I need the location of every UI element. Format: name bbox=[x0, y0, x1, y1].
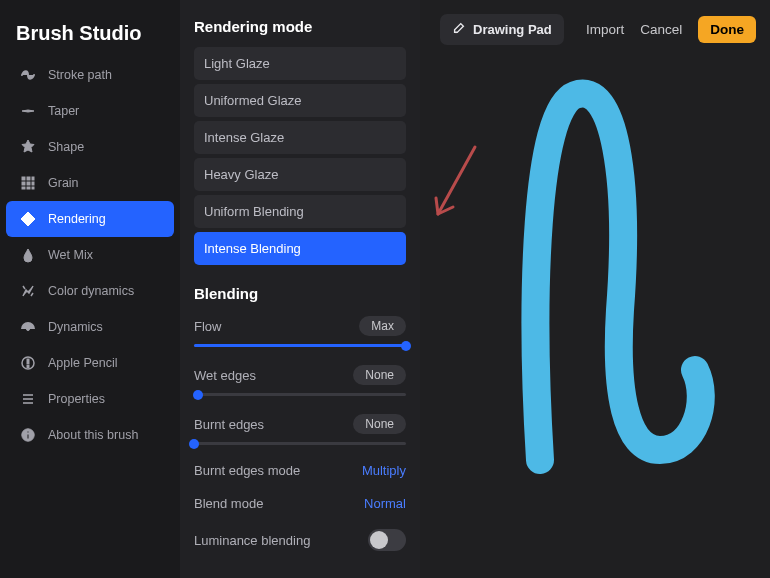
sidebar-item-label: Dynamics bbox=[48, 320, 103, 334]
svg-rect-5 bbox=[32, 182, 34, 185]
stroke-path-icon bbox=[20, 67, 36, 83]
burnt-edges-mode-value[interactable]: Multiply bbox=[362, 463, 406, 478]
sidebar-item-color-dynamics[interactable]: Color dynamics bbox=[6, 273, 174, 309]
sidebar-item-stroke-path[interactable]: Stroke path bbox=[6, 57, 174, 93]
sidebar-item-label: Taper bbox=[48, 104, 79, 118]
rendering-mode-heading: Rendering mode bbox=[194, 18, 406, 35]
flow-value: Max bbox=[359, 316, 406, 336]
mode-uniform-blending[interactable]: Uniform Blending bbox=[194, 195, 406, 228]
properties-icon bbox=[20, 391, 36, 407]
sidebar-item-about[interactable]: About this brush bbox=[6, 417, 174, 453]
sidebar-item-wet-mix[interactable]: Wet Mix bbox=[6, 237, 174, 273]
sidebar-item-label: About this brush bbox=[48, 428, 138, 442]
settings-panel: Rendering mode Light Glaze Uniformed Gla… bbox=[180, 0, 420, 578]
edit-icon bbox=[452, 21, 466, 38]
import-button[interactable]: Import bbox=[586, 22, 624, 37]
cancel-button[interactable]: Cancel bbox=[640, 22, 682, 37]
sidebar: Brush Studio Stroke path Taper Shape bbox=[0, 0, 180, 578]
sidebar-item-label: Apple Pencil bbox=[48, 356, 118, 370]
sidebar-item-label: Stroke path bbox=[48, 68, 112, 82]
mode-intense-blending[interactable]: Intense Blending bbox=[194, 232, 406, 265]
shape-icon bbox=[20, 139, 36, 155]
mode-heavy-glaze[interactable]: Heavy Glaze bbox=[194, 158, 406, 191]
blend-mode-value[interactable]: Normal bbox=[364, 496, 406, 511]
svg-rect-6 bbox=[22, 187, 25, 189]
done-button[interactable]: Done bbox=[698, 16, 756, 43]
svg-rect-8 bbox=[32, 187, 34, 189]
svg-rect-18 bbox=[27, 431, 29, 433]
mode-intense-glaze[interactable]: Intense Glaze bbox=[194, 121, 406, 154]
svg-rect-1 bbox=[27, 177, 30, 180]
annotation-arrow bbox=[420, 0, 770, 578]
flow-label: Flow bbox=[194, 319, 221, 334]
taper-icon bbox=[20, 103, 36, 119]
burnt-edges-slider[interactable]: Burnt edges None bbox=[194, 414, 406, 445]
sidebar-item-dynamics[interactable]: Dynamics bbox=[6, 309, 174, 345]
svg-rect-12 bbox=[27, 366, 29, 368]
sidebar-item-label: Shape bbox=[48, 140, 84, 154]
luminance-label: Luminance blending bbox=[194, 533, 310, 548]
color-dynamics-icon bbox=[20, 283, 36, 299]
sidebar-item-label: Properties bbox=[48, 392, 105, 406]
sidebar-item-properties[interactable]: Properties bbox=[6, 381, 174, 417]
grain-icon bbox=[20, 175, 36, 191]
luminance-toggle[interactable] bbox=[368, 529, 406, 551]
svg-rect-3 bbox=[22, 182, 25, 185]
wet-mix-icon bbox=[20, 247, 36, 263]
flow-slider[interactable]: Flow Max bbox=[194, 316, 406, 347]
svg-rect-0 bbox=[22, 177, 25, 180]
drawing-pad-button[interactable]: Drawing Pad bbox=[440, 14, 564, 45]
canvas-area[interactable]: Drawing Pad Import Cancel Done bbox=[420, 0, 770, 578]
about-icon bbox=[20, 427, 36, 443]
rendering-icon bbox=[20, 211, 36, 227]
sidebar-item-label: Rendering bbox=[48, 212, 106, 226]
wet-edges-slider[interactable]: Wet edges None bbox=[194, 365, 406, 396]
sidebar-item-taper[interactable]: Taper bbox=[6, 93, 174, 129]
blend-mode-label: Blend mode bbox=[194, 496, 263, 511]
mode-uniformed-glaze[interactable]: Uniformed Glaze bbox=[194, 84, 406, 117]
sidebar-item-grain[interactable]: Grain bbox=[6, 165, 174, 201]
svg-rect-7 bbox=[27, 187, 30, 189]
brush-stroke-preview bbox=[420, 0, 770, 578]
sidebar-item-apple-pencil[interactable]: Apple Pencil bbox=[6, 345, 174, 381]
sidebar-item-rendering[interactable]: Rendering bbox=[6, 201, 174, 237]
sidebar-item-label: Color dynamics bbox=[48, 284, 134, 298]
nav-list: Stroke path Taper Shape Grain bbox=[0, 57, 180, 453]
apple-pencil-icon bbox=[20, 355, 36, 371]
sidebar-item-shape[interactable]: Shape bbox=[6, 129, 174, 165]
sidebar-item-label: Wet Mix bbox=[48, 248, 93, 262]
svg-rect-17 bbox=[27, 434, 29, 439]
mode-light-glaze[interactable]: Light Glaze bbox=[194, 47, 406, 80]
wet-edges-value: None bbox=[353, 365, 406, 385]
drawing-pad-label: Drawing Pad bbox=[473, 22, 552, 37]
burnt-edges-label: Burnt edges bbox=[194, 417, 264, 432]
canvas-topbar: Drawing Pad Import Cancel Done bbox=[420, 14, 770, 45]
svg-rect-4 bbox=[27, 182, 30, 185]
burnt-edges-value: None bbox=[353, 414, 406, 434]
dynamics-icon bbox=[20, 319, 36, 335]
rendering-mode-list: Light Glaze Uniformed Glaze Intense Glaz… bbox=[194, 47, 406, 265]
sidebar-item-label: Grain bbox=[48, 176, 79, 190]
burnt-edges-mode-label: Burnt edges mode bbox=[194, 463, 300, 478]
wet-edges-label: Wet edges bbox=[194, 368, 256, 383]
app-title: Brush Studio bbox=[0, 18, 180, 55]
svg-point-9 bbox=[27, 328, 30, 331]
blending-heading: Blending bbox=[194, 285, 406, 302]
svg-rect-2 bbox=[32, 177, 34, 180]
svg-rect-11 bbox=[27, 359, 29, 364]
